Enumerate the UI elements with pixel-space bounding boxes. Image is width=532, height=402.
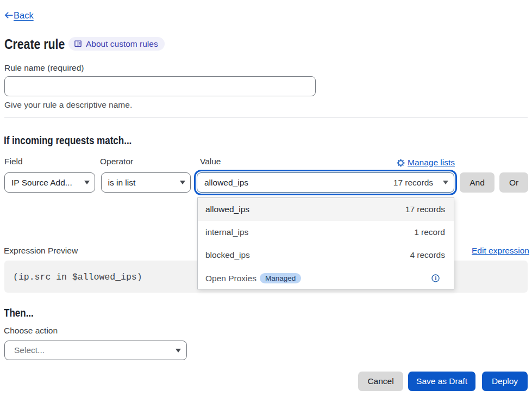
svg-text:i: i [435, 275, 436, 281]
